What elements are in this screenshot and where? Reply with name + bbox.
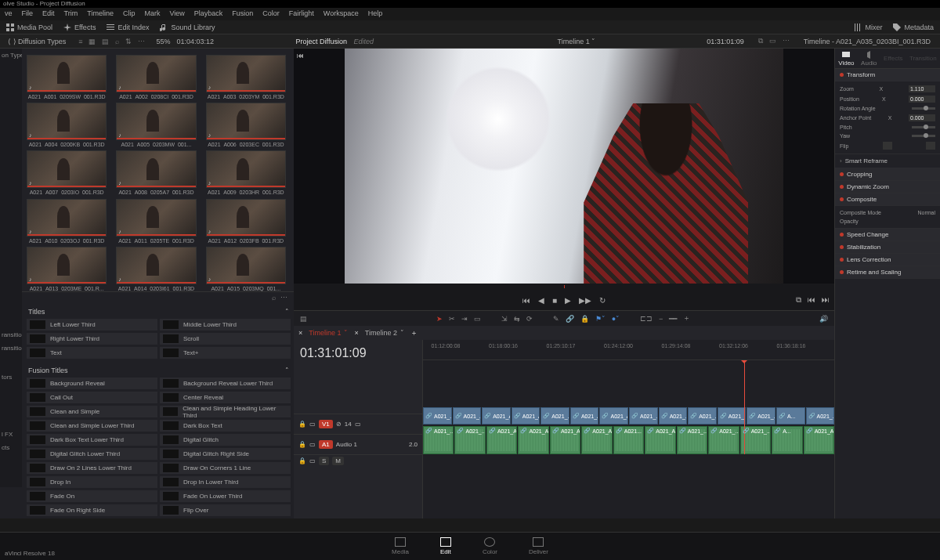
lock-icon[interactable]: 🔒 xyxy=(298,421,306,428)
first-frame-icon[interactable]: ⏮ xyxy=(522,296,530,305)
fusion-title-preset[interactable]: Call Out xyxy=(27,392,157,403)
dynamic-zoom-header[interactable]: Dynamic Zoom xyxy=(835,181,940,193)
fusion-title-preset[interactable]: Background Reveal xyxy=(27,378,157,389)
menu-item[interactable]: File xyxy=(22,9,34,19)
composite-header[interactable]: Composite xyxy=(835,193,940,206)
pointer-icon[interactable]: ➤ xyxy=(436,315,443,323)
playhead[interactable] xyxy=(744,360,745,454)
auto-select-icon[interactable]: ▭ xyxy=(309,441,316,448)
more-icon[interactable]: ⋯ xyxy=(280,294,287,303)
more-icon[interactable]: ⋯ xyxy=(783,37,790,45)
lock-icon[interactable]: 🔒 xyxy=(298,441,306,448)
zoom-pct[interactable]: 55% xyxy=(150,38,176,45)
menu-item[interactable]: Fusion xyxy=(232,9,253,19)
menu-item[interactable]: Playback xyxy=(194,9,223,19)
timeline-tracks[interactable]: 01:12:00:0801:18:00:1601:25:10:1701:24:1… xyxy=(423,340,834,518)
video-clip[interactable]: A021_... xyxy=(540,407,569,425)
menu-item[interactable]: View xyxy=(169,9,184,19)
media-clip[interactable]: ♪A021_A010_0203OJ_001.R3D xyxy=(27,199,107,244)
media-clip[interactable]: ♪A021_A004_0200KB_001.R3D xyxy=(27,103,107,147)
single-viewer-icon[interactable]: ▭ xyxy=(769,37,776,45)
audio-clip[interactable]: A021_A... xyxy=(486,426,517,454)
page-color[interactable]: Color xyxy=(483,537,497,555)
auto-select-icon[interactable]: ▭ xyxy=(309,421,316,428)
media-clip[interactable]: ♪A021_A013_0203ME_001.R... xyxy=(27,247,107,291)
fusion-title-preset[interactable]: Drop In Lower Third xyxy=(160,476,291,488)
lock-icon[interactable]: 🔒 xyxy=(298,457,306,464)
rotation-slider[interactable] xyxy=(912,107,935,110)
lock-icon[interactable]: 🔒 xyxy=(580,315,589,323)
sort-icon[interactable]: ⇅ xyxy=(125,38,132,45)
smart-reframe-section[interactable]: Smart Reframe xyxy=(835,154,940,168)
rail-item[interactable]: ransitions xyxy=(0,328,22,341)
video-track-header[interactable]: 🔒 ▭ V1 ⊘ 14 ▭ xyxy=(294,414,422,434)
tab-close-icon[interactable]: × xyxy=(354,329,358,337)
audio-clip[interactable]: A021_A... xyxy=(550,426,580,454)
audio-clip[interactable]: A021_... xyxy=(708,426,739,454)
chain-icon[interactable]: 🔗 xyxy=(566,315,574,323)
audio-clip[interactable]: A021... xyxy=(613,426,644,454)
inspector-tab-transition[interactable]: Transition xyxy=(909,55,937,62)
mute-button[interactable]: M xyxy=(332,457,344,465)
loop-icon[interactable]: ↻ xyxy=(599,296,606,305)
track-tag[interactable]: A1 xyxy=(319,440,333,449)
fusion-title-preset[interactable]: Clean and Simple xyxy=(27,406,157,417)
zoom-in-icon[interactable]: ＋ xyxy=(683,313,690,323)
media-pool-toggle[interactable]: Media Pool xyxy=(6,23,52,31)
scrubber-playhead[interactable] xyxy=(564,285,565,288)
video-clip[interactable]: A021_... xyxy=(688,407,717,425)
lens-correction-header[interactable]: Lens Correction xyxy=(835,254,940,266)
media-clip[interactable]: ♪A021_A009_0203HR_001.R3D xyxy=(206,150,286,195)
tab-close-icon[interactable]: × xyxy=(298,329,302,337)
mixer-toggle[interactable]: Mixer xyxy=(854,23,882,31)
title-preset[interactable]: Text xyxy=(27,347,157,359)
position-input[interactable] xyxy=(909,96,935,103)
audio-clip[interactable]: A021_A218... xyxy=(581,426,612,454)
zoom-out-icon[interactable]: − xyxy=(659,315,663,323)
transform-header[interactable]: Transform xyxy=(835,69,940,81)
menu-item[interactable]: Mark xyxy=(144,9,160,19)
fusion-title-preset[interactable]: Fade On Lower Third xyxy=(160,490,291,502)
fusion-title-preset[interactable]: Draw On 2 Lines Lower Third xyxy=(27,462,157,474)
track-tag[interactable]: V1 xyxy=(319,420,333,428)
menu-item[interactable]: Help xyxy=(368,9,383,19)
video-clip[interactable]: A021_... xyxy=(423,407,452,425)
media-clip[interactable]: ♪A021_A002_0208CI_001.R3D xyxy=(116,55,196,99)
page-media[interactable]: Media xyxy=(392,537,409,555)
fusion-title-preset[interactable]: Draw On Corners 1 Line xyxy=(160,462,291,474)
audio-clip[interactable]: A021_A... xyxy=(518,426,548,454)
list-view-icon[interactable]: ≡ xyxy=(78,38,82,45)
menu-item[interactable]: Fairlight xyxy=(289,9,314,19)
video-clip[interactable]: A021_A... xyxy=(599,407,628,425)
menu-item[interactable]: Workspace xyxy=(324,9,359,19)
timeline-dropdown[interactable]: Timeline 1 ˅ xyxy=(456,38,698,45)
replace-icon[interactable]: ⟳ xyxy=(526,315,533,323)
add-tab-icon[interactable]: ＋ xyxy=(410,328,418,338)
rail-item[interactable]: cts xyxy=(0,441,22,454)
step-back-icon[interactable]: ◀ xyxy=(538,296,544,305)
audio-clip[interactable]: A021_... xyxy=(423,426,454,454)
menu-item[interactable]: Timeline xyxy=(87,9,114,19)
timeline-view-icon[interactable]: ▤ xyxy=(300,315,307,323)
fusion-titles-header[interactable]: Fusion Titles˄ xyxy=(27,363,291,378)
append-icon[interactable]: ⇲ xyxy=(501,315,508,323)
retime-header[interactable]: Retime and Scaling xyxy=(835,266,940,279)
video-clip[interactable]: A021_... xyxy=(659,407,688,425)
inspector-tab-video[interactable]: Video xyxy=(838,51,854,67)
zoom-slider[interactable]: ━━ xyxy=(669,315,677,323)
media-clip[interactable]: ♪A021_A011_0205TE_001.R3D xyxy=(116,199,196,244)
title-preset[interactable]: Right Lower Third xyxy=(27,333,157,345)
insert-icon[interactable]: ⇥ xyxy=(461,315,468,323)
blade-icon[interactable]: ✂ xyxy=(449,315,455,323)
fusion-title-preset[interactable]: Fade On xyxy=(27,490,157,502)
timeline-timecode[interactable]: 01:31:01:09 xyxy=(294,340,422,367)
video-clip[interactable]: A021_... xyxy=(629,407,658,425)
media-clip[interactable]: ♪A021_A014_0203I61_001.R3D xyxy=(116,247,196,291)
title-preset[interactable]: Scroll xyxy=(160,333,291,345)
media-clip[interactable]: ♪A021_A006_0203EC_001.R3D xyxy=(206,103,286,147)
fusion-title-preset[interactable]: Background Reveal Lower Third xyxy=(160,378,291,389)
zoom-input[interactable] xyxy=(909,85,935,92)
viewer[interactable]: ⏮ xyxy=(294,49,834,284)
media-clip[interactable]: ♪A021_A001_0209SW_001.R3D xyxy=(27,55,107,99)
audio-clip[interactable]: A021_A... xyxy=(645,426,675,454)
